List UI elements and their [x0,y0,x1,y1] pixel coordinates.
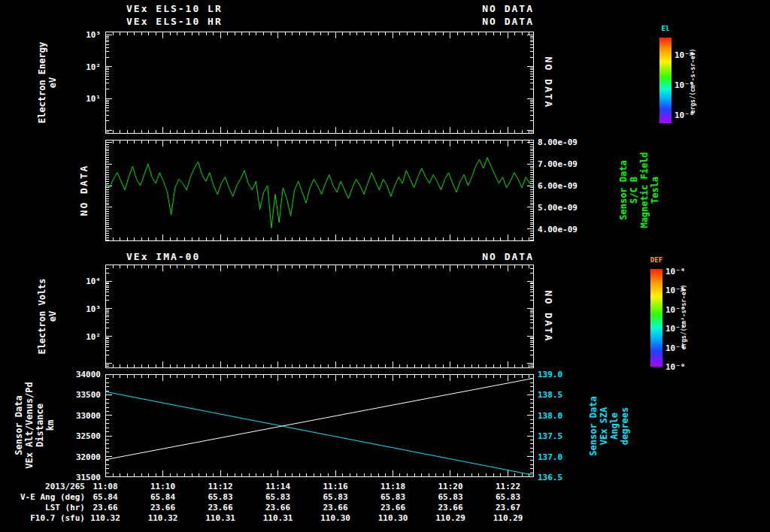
footer-value: 23.66 [438,503,462,512]
footer-value: 23.66 [323,503,347,512]
time-tick-label: 11:12 [208,482,232,491]
colorbar-el-tick-label: 10⁻⁶ [675,80,695,89]
colorbar-def-tick-label: 10⁻⁹ [665,362,686,372]
panel3-ytick-label: 10² [86,331,101,341]
footer-value: 110.30 [378,513,408,523]
footer-row-label: LST (hr) [45,503,85,512]
panel1-ytick-label: 10¹ [86,94,101,104]
footer-value: 65.83 [438,492,462,502]
footer-value: 110.32 [148,513,178,523]
panel2-ytick-label: 4.00e-09 [538,225,578,234]
panel2-ytick-label: 6.00e-09 [538,180,578,190]
footer-value: 23.66 [265,503,290,512]
panel4-left-ytick-label: 32000 [76,452,101,461]
panel4-right-ytick-label: 138.0 [538,410,562,420]
footer-value: 65.83 [208,492,232,502]
footer-value: 23.67 [496,503,520,512]
footer-value: 110.31 [205,513,235,523]
colorbar-def-tick-label: 10⁻⁸ [665,343,686,352]
footer-value: 110.30 [320,513,350,523]
panel4-left-ytick-label: 33500 [76,390,101,400]
panel1-ytick-label: 10³ [86,30,101,40]
footer-value: 65.84 [92,492,117,502]
time-tick-label: 11:18 [380,482,405,491]
colorbar-def-tick-label: 10⁻⁵ [665,286,686,295]
panel2-ytick-label: 8.00e-09 [538,137,578,147]
footer-value: 23.66 [380,503,405,512]
panel3-ytick-label: 10³ [86,304,101,313]
colorbar-el-tick-label: 10⁻⁸ [675,110,695,119]
panel4-right-ytick-label: 136.5 [538,473,562,482]
date-label: 2013/265 [45,482,85,491]
panel1-ytick-label: 10² [86,62,101,71]
panel4-right-ytick-label: 137.5 [538,431,562,441]
footer-value: 23.66 [208,503,232,512]
time-tick-label: 11:14 [265,482,290,491]
panel4-left-ytick-label: 34000 [76,370,101,379]
footer-value: 110.29 [435,513,465,523]
panel3-ytick-label: 10⁴ [86,277,101,286]
time-tick-label: 11:20 [438,482,462,491]
footer-row-label: V-E Ang (deg) [20,492,85,502]
time-tick-label: 11:16 [323,482,347,491]
footer-value: 23.66 [150,503,175,512]
colorbar-def-tick-label: 10⁻⁶ [665,304,686,314]
footer-value: 110.31 [263,513,293,523]
panel4-left-ytick-label: 33000 [76,410,101,420]
panel2-ytick-label: 5.00e-09 [538,203,578,213]
panel4-left-ytick-label: 32500 [76,431,101,441]
footer-value: 110.32 [90,513,120,523]
footer-value: 65.83 [265,492,290,502]
time-tick-label: 11:10 [150,482,175,491]
vex-data-browser: VEx ELS-10 LR NO DATA VEx ELS-10 HR NO D… [0,0,770,532]
footer-value: 65.84 [150,492,175,502]
footer-value: 23.66 [92,503,117,512]
panel4-right-ytick-label: 137.0 [538,452,562,461]
panel4-right-ytick-label: 138.5 [538,390,562,400]
footer-value: 65.83 [496,492,520,502]
panel2-ytick-label: 7.00e-09 [538,159,578,168]
footer-value: 110.29 [493,513,523,523]
panel4-right-ytick-label: 139.0 [538,370,562,379]
footer-value: 65.83 [380,492,405,502]
labels-overlay: 10³10²10¹10⁴10³10²8.00e-097.00e-096.00e-… [0,0,770,532]
time-tick-label: 11:08 [92,482,117,491]
footer-value: 65.83 [323,492,347,502]
colorbar-el-tick-label: 10⁻⁴ [675,50,695,59]
colorbar-def-tick-label: 10⁻⁴ [665,267,686,277]
time-tick-label: 11:22 [496,482,520,491]
colorbar-def-tick-label: 10⁻⁷ [665,324,686,334]
footer-row-label: F10.7 (sfu) [30,513,85,523]
